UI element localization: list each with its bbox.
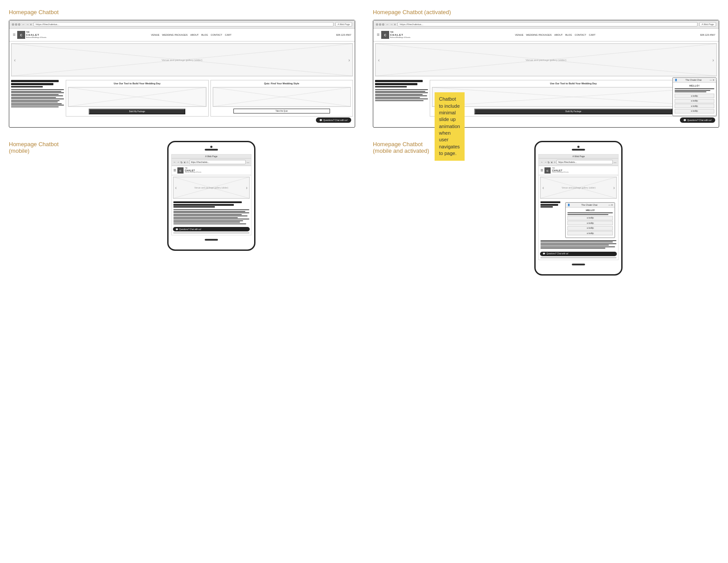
mobile-url-left[interactable]: https://thechalets... [189, 160, 246, 164]
logo: C THE CHALET Sedona Weddings & Events [17, 31, 46, 39]
chatbot-close-icon[interactable]: — ✕ [710, 79, 714, 81]
chatbot-tooltip-2[interactable]: a tooltip [675, 99, 714, 103]
left-text-content [11, 80, 64, 117]
chatbot-tooltip-1[interactable]: a tooltip [675, 94, 714, 98]
mobile-tooltip-4[interactable]: a tooltip [567, 231, 613, 235]
browser-url-left[interactable]: https://thechaletsa... [34, 22, 334, 26]
nav-venue-r[interactable]: VENUE [515, 34, 523, 36]
browser-nav-right[interactable]: ← → × [386, 23, 396, 26]
mobile-forward-icon-r[interactable]: → [544, 161, 547, 163]
nav-venue[interactable]: VENUE [151, 34, 159, 36]
slider-x-pattern-right [375, 44, 717, 76]
mobile-slider-label: Venue and package gallery (slider) [194, 186, 228, 189]
nav-packages-r[interactable]: WEDDING PACKAGES [526, 34, 552, 36]
chatbot-intro-text [675, 88, 714, 92]
browser-dot-6 [382, 23, 384, 26]
mobile-reload-icon-r[interactable]: ↻ [548, 161, 550, 164]
mobile-chatbot-intro [567, 212, 613, 215]
chatbot-bubble-text-right: Questions? Chat with us! [687, 119, 712, 121]
nav-blog-r[interactable]: BLOG [565, 34, 572, 36]
section-title-top-right: Homepage Chatbot (activated) [373, 9, 719, 15]
mobile-arrow-right-r[interactable]: › [613, 185, 615, 190]
nav-cart[interactable]: CART [225, 34, 232, 36]
slider-arrow-right-right[interactable]: › [713, 57, 714, 62]
chatbot-bubble-right[interactable]: 💬 Questions? Chat with us! [680, 117, 715, 123]
mobile-hero-left: Venue and package gallery (slider) ‹ › [173, 177, 250, 199]
mobile-tooltip-1[interactable]: a tooltip [567, 216, 613, 220]
section-title-bottom-left: Homepage Chatbot (mobile) [9, 141, 59, 154]
mobile-content-right: 👤 The Chalet Chat — ✕ HELLO! [539, 200, 618, 251]
browser-tab-label-right: A Web Page [699, 22, 716, 26]
mobile-tab-right: A Web Page [539, 155, 618, 159]
build-package-button[interactable]: Build My Package [89, 109, 185, 114]
browser-dot-5 [379, 23, 381, 26]
build-package-button-right[interactable]: Build My Package [474, 109, 672, 114]
mobile-forward-icon[interactable]: → [177, 161, 180, 163]
browser-frame-top-right: ← → × https://thechaletsa... A Web Page … [373, 20, 719, 128]
mobile-arrow-right[interactable]: › [246, 185, 248, 190]
mobile-close-icon-r[interactable]: ✕ [551, 161, 553, 164]
slider-arrow-left-right[interactable]: ‹ [378, 57, 379, 62]
nav-about[interactable]: ABOUT [190, 34, 199, 36]
logo-sub-right: Sedona Weddings & Events [390, 37, 410, 38]
nav-contact[interactable]: CONTACT [211, 34, 222, 36]
mobile-close-icon[interactable]: ✕ [184, 161, 186, 164]
slider-arrow-right[interactable]: › [349, 57, 350, 62]
mobile-chatbot-hello: HELLO! [567, 209, 613, 212]
hero-slider: Venue and package gallery (slider) ‹ › [11, 43, 353, 76]
mobile-arrow-left-r[interactable]: ‹ [542, 185, 544, 190]
mobile-back-icon-r[interactable]: ← [540, 161, 543, 163]
card2-image-x [213, 87, 351, 106]
chatbot-tooltip-4[interactable]: a tooltip [675, 109, 714, 113]
browser-dot-2 [15, 23, 17, 26]
hamburger-icon-right[interactable]: ☰ [377, 33, 379, 37]
mobile-chatbot-bubble-left[interactable]: 💬 Questions? Chat with us! [173, 227, 250, 231]
mobile-url-right[interactable]: https://thechalets... [556, 160, 613, 164]
mobile-camera-right [578, 146, 580, 148]
mobile-chatbot-bubble-right[interactable]: 💬 Questions? Chat with us! [540, 252, 617, 256]
slider-arrow-left[interactable]: ‹ [14, 57, 15, 62]
nav-about-r[interactable]: ABOUT [554, 34, 563, 36]
browser-url-right[interactable]: https://thechaletsa... [398, 22, 698, 26]
logo-chalet-right: CHALET [390, 34, 410, 37]
mobile-home-button-left[interactable] [205, 239, 218, 241]
mobile-tooltip-2[interactable]: a tooltip [567, 221, 613, 225]
take-quiz-button[interactable]: Take the Quiz [233, 109, 330, 113]
mobile-menu-icon-r[interactable]: ⋯ [614, 161, 616, 164]
browser-nav[interactable]: ← → × [22, 23, 32, 26]
mobile-hamburger-r[interactable]: ☰ [540, 169, 543, 172]
mobile-menu-icon[interactable]: ⋯ [247, 161, 249, 164]
mobile-bottom-bar-right [540, 257, 616, 258]
hamburger-icon[interactable]: ☰ [13, 33, 15, 37]
mobile-home-icon[interactable]: ⌂ [187, 161, 188, 163]
nav-packages[interactable]: WEDDING PACKAGES [162, 34, 188, 36]
mobile-chat-close[interactable]: — ✕ [608, 204, 613, 206]
svg-text:C: C [384, 34, 386, 37]
mobile-arrow-left[interactable]: ‹ [175, 185, 176, 190]
mobile-back-icon[interactable]: ← [173, 161, 176, 163]
mobile-frame-left: A Web Page ← → ↻ ✕ ⌂ https://thechalets.… [167, 141, 255, 251]
site-nav: VENUE WEDDING PACKAGES ABOUT BLOG CONTAC… [151, 34, 231, 36]
logo-icon-right: C [381, 31, 389, 39]
nav-blog[interactable]: BLOG [201, 34, 208, 36]
chatbot-person-icon: 👤 [675, 79, 677, 81]
nav-contact-r[interactable]: CONTACT [575, 34, 586, 36]
browser-frame-top-left: ← → × https://thechaletsa... A Web Page … [9, 20, 355, 128]
chat-icon-right: 💬 [683, 119, 686, 121]
mobile-home-button-right[interactable] [572, 264, 585, 265]
logo-sub: Sedona Weddings & Events [26, 37, 46, 38]
hero-slider-right: Venue and package gallery (slider) ‹ › [375, 43, 717, 76]
mobile-chat-person: 👤 [567, 204, 570, 206]
section-title-bottom-right: Homepage Chatbot (mobile and activated) [373, 141, 429, 154]
mobile-speaker-left [205, 149, 218, 151]
mobile-reload-icon[interactable]: ↻ [180, 161, 183, 164]
mobile-frame-right: A Web Page ← → ↻ ✕ ⌂ https://thechalets.… [534, 141, 623, 276]
mobile-home-icon-r[interactable]: ⌂ [554, 161, 555, 163]
mobile-hamburger[interactable]: ☰ [173, 169, 176, 172]
nav-cart-r[interactable]: CART [589, 34, 596, 36]
mobile-chat-icon: 💬 [176, 228, 178, 230]
card1-image [68, 87, 206, 107]
mobile-tooltip-3[interactable]: a tooltip [567, 226, 613, 230]
chatbot-bubble-left[interactable]: 💬 Questions? Chat with us! [316, 117, 351, 123]
chatbot-tooltip-3[interactable]: a tooltip [675, 104, 714, 108]
